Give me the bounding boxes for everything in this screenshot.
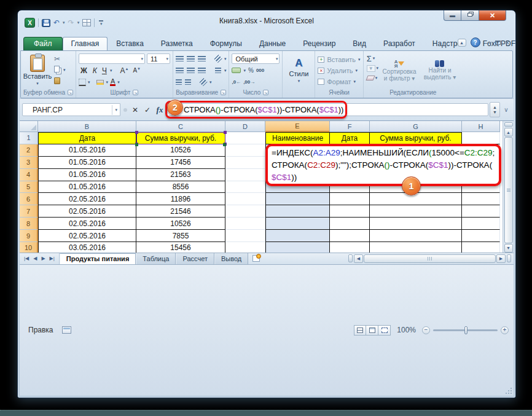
autosum-button[interactable]: Σ▾ — [367, 54, 378, 63]
cell-G1[interactable]: Сумма выручки, руб. — [370, 132, 462, 144]
page-break-view-button[interactable] — [378, 325, 391, 336]
decrease-decimal-button[interactable]: ,00→ — [243, 79, 255, 85]
last-sheet-icon[interactable]: ▶| — [48, 256, 57, 261]
font-size-combo[interactable]: 11▾ — [147, 53, 170, 64]
font-dialog-launcher-icon[interactable]: ↘ — [133, 90, 138, 95]
help-icon[interactable]: ? — [471, 37, 480, 47]
expand-formula-bar-icon[interactable]: ∨ — [501, 102, 511, 117]
workbook-close-icon[interactable]: ✕ — [505, 39, 510, 46]
enter-entry-button[interactable]: ✓ — [142, 104, 153, 116]
name-box[interactable]: РАНГ.СР ▾ — [22, 103, 120, 116]
cell-B10[interactable]: 03.05.2016 — [38, 242, 136, 252]
decrease-indent-icon[interactable] — [176, 79, 182, 85]
grow-font-button[interactable]: А▲ — [119, 66, 130, 75]
scroll-right-icon[interactable]: ▶ — [496, 254, 506, 263]
underline-button[interactable]: Ч — [101, 66, 108, 75]
number-dialog-launcher-icon[interactable]: ↘ — [263, 90, 268, 95]
cell-B8[interactable]: 02.05.2016 — [38, 218, 136, 230]
cell-E10[interactable] — [265, 242, 330, 252]
merge-center-icon[interactable] — [215, 68, 221, 73]
cell-D6[interactable] — [225, 193, 265, 205]
cell-G10[interactable] — [370, 242, 462, 252]
column-header-H[interactable]: H — [462, 121, 500, 132]
column-header-E[interactable]: E — [265, 121, 330, 132]
clipboard-dialog-launcher-icon[interactable]: ↘ — [68, 90, 73, 95]
formula-bar-scroll[interactable]: ▲▼ — [490, 102, 500, 117]
workbook-minimize-icon[interactable]: — — [485, 39, 491, 46]
row-header-8[interactable]: 8 — [20, 218, 38, 230]
column-header-G[interactable]: G — [370, 121, 462, 132]
cell-G6[interactable] — [370, 193, 462, 205]
first-sheet-icon[interactable]: |◀ — [22, 256, 31, 261]
cell-B7[interactable]: 02.05.2016 — [38, 205, 136, 218]
cell-D3[interactable] — [225, 157, 265, 169]
cell-H10[interactable] — [462, 242, 500, 252]
cell-B2[interactable]: 01.05.2016 — [38, 144, 136, 157]
column-header-B[interactable]: B — [38, 121, 136, 132]
name-box-dropdown-icon[interactable]: ▾ — [112, 105, 120, 115]
align-right-icon[interactable] — [198, 68, 206, 73]
cell-F7[interactable] — [330, 205, 370, 218]
align-bottom-icon[interactable] — [198, 56, 206, 61]
alignment-dialog-launcher-icon[interactable]: ↘ — [221, 90, 226, 95]
zoom-out-button[interactable]: − — [422, 326, 430, 334]
workbook-restore-icon[interactable] — [495, 41, 501, 45]
increase-decimal-button[interactable]: ,0← — [232, 79, 241, 85]
cell-C4[interactable]: 21563 — [136, 169, 225, 181]
format-painter-button[interactable] — [53, 76, 67, 85]
cell-B5[interactable]: 01.05.2016 — [38, 181, 136, 194]
cell-E6[interactable] — [265, 193, 330, 205]
accounting-format-icon[interactable] — [232, 68, 241, 73]
row-header-3[interactable]: 3 — [20, 157, 38, 169]
ribbon-tab-рецензир[interactable]: Рецензир — [294, 37, 344, 50]
cell-B9[interactable]: 02.05.2016 — [38, 230, 136, 242]
row-header-6[interactable]: 6 — [20, 193, 38, 205]
scroll-up-icon[interactable]: ▲ — [504, 128, 513, 136]
close-button[interactable]: ✕ — [479, 10, 506, 21]
cell-B1[interactable]: Дата — [38, 132, 136, 144]
minimize-button[interactable]: ▬ — [444, 10, 461, 21]
insert-function-button[interactable]: fx — [154, 104, 165, 116]
format-cells-button[interactable]: Формат▾ — [318, 77, 360, 86]
wrap-text-icon[interactable] — [199, 78, 207, 86]
cell-H6[interactable] — [462, 193, 500, 205]
cell-D8[interactable] — [225, 218, 265, 230]
vertical-split-handle[interactable] — [504, 122, 513, 127]
cell-H7[interactable] — [462, 205, 500, 218]
cell-G8[interactable] — [370, 218, 462, 230]
cell-C2[interactable]: 10526 — [136, 144, 225, 157]
ribbon-tab-вставка[interactable]: Вставка — [108, 37, 152, 50]
increase-indent-icon[interactable] — [185, 79, 191, 85]
normal-view-button[interactable] — [354, 325, 366, 336]
cell-D9[interactable] — [225, 230, 265, 242]
cell-B6[interactable]: 02.05.2016 — [38, 193, 136, 205]
cell-D1[interactable] — [225, 132, 265, 144]
zoom-track[interactable] — [433, 329, 498, 331]
cell-F10[interactable] — [330, 242, 370, 252]
name-box-resize-handle[interactable] — [123, 108, 127, 112]
align-center-icon[interactable] — [187, 68, 195, 73]
row-header-1[interactable]: 1 — [20, 132, 38, 144]
row-header-7[interactable]: 7 — [20, 205, 38, 218]
copy-button[interactable]: ▾ — [53, 65, 67, 74]
cell-E9[interactable] — [265, 230, 330, 242]
row-header-2[interactable]: 2 — [20, 144, 38, 157]
number-format-combo[interactable]: Общий▾ — [232, 53, 280, 64]
italic-button[interactable]: К — [91, 66, 99, 75]
find-select-button[interactable]: Найти и выделить ▾ — [420, 53, 460, 88]
cell-D7[interactable] — [225, 205, 265, 218]
sort-filter-button[interactable]: АЯ Сортировка и фильтр ▾ — [379, 53, 420, 88]
zoom-in-button[interactable]: + — [501, 326, 509, 334]
row-header-5[interactable]: 5 — [20, 181, 38, 194]
scroll-down-icon[interactable]: ▼ — [504, 244, 513, 253]
sheet-tab-продукты-питания[interactable]: Продукты питания — [60, 253, 136, 264]
orientation-icon[interactable] — [214, 55, 222, 63]
cell-F8[interactable] — [330, 218, 370, 230]
horizontal-split-handle[interactable] — [507, 254, 511, 262]
formula-input[interactable]: СТРОКА()-СТРОКА($C$1))-СТРОКА($C$1)) — [167, 103, 488, 116]
comma-style-button[interactable]: 000 — [256, 68, 264, 73]
shrink-font-button[interactable]: А▼ — [131, 67, 142, 74]
sheet-tab-вывод[interactable]: Вывод — [214, 253, 248, 264]
fill-button[interactable]: ▼▾ — [367, 64, 378, 73]
ribbon-tab-формулы[interactable]: Формулы — [201, 37, 251, 50]
